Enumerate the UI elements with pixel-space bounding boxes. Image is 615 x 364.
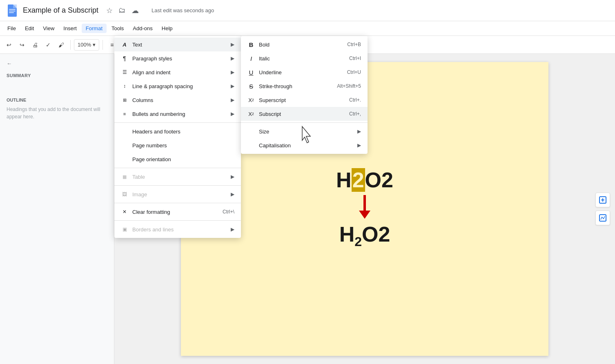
add-comment-button[interactable] <box>595 193 610 207</box>
toolbar-sep-2 <box>102 40 103 50</box>
bold-icon: B <box>247 41 255 48</box>
align-arrow-icon: ▶ <box>231 69 234 75</box>
print-button[interactable]: 🖨 <box>29 39 41 51</box>
text-label: Text <box>132 42 142 48</box>
fm-div-1 <box>114 122 241 123</box>
format-menu-columns[interactable]: ⊞ Columns ▶ <box>114 93 241 107</box>
menu-edit[interactable]: Edit <box>21 24 38 33</box>
strikethrough-icon: S <box>247 82 255 90</box>
pageorientation-label: Page orientation <box>132 156 171 162</box>
text-submenu-capitalisation[interactable]: Capitalisation ▶ <box>241 138 368 152</box>
spacing-icon: ↕ <box>121 82 128 90</box>
headers-label: Headers and footers <box>132 129 180 135</box>
text-arrow-icon: ▶ <box>231 42 234 47</box>
borders-arrow-icon: ▶ <box>231 226 234 232</box>
svg-rect-5 <box>9 11 16 11</box>
zoom-selector[interactable]: 100% ▾ <box>74 39 99 51</box>
summary-label: SUMMARY <box>7 73 107 78</box>
redo-button[interactable]: ↪ <box>16 39 28 51</box>
format-menu-pagenumbers[interactable]: Page numbers <box>114 138 241 152</box>
bullets-arrow-icon: ▶ <box>231 111 234 117</box>
format-menu-align[interactable]: ☰ Align and indent ▶ <box>114 65 241 79</box>
star-icon[interactable]: ☆ <box>106 6 113 15</box>
back-icon: ← <box>7 60 12 67</box>
menu-insert[interactable]: Insert <box>59 24 81 33</box>
cloud-icon[interactable]: ☁ <box>131 6 139 15</box>
format-menu-borders: ▣ Borders and lines ▶ <box>114 222 241 236</box>
menu-addons[interactable]: Add-ons <box>129 24 156 33</box>
pageorientation-icon <box>121 155 128 163</box>
table-label: Table <box>132 174 145 180</box>
underline-label: Underline <box>259 69 282 75</box>
text-format-icon: A <box>121 41 128 48</box>
fm-div-3 <box>114 185 241 186</box>
paragraph-icon: ¶ <box>121 55 128 62</box>
text-submenu-bold[interactable]: B Bold Ctrl+B <box>241 38 368 51</box>
text-submenu-size[interactable]: Size ▶ <box>241 124 368 138</box>
menu-file[interactable]: File <box>3 24 20 33</box>
strikethrough-label: Strike-through <box>259 83 292 89</box>
highlight-2: 2 <box>352 168 365 192</box>
text-submenu-underline[interactable]: U Underline Ctrl+U <box>241 65 368 79</box>
formula-before: H2O2 <box>336 169 393 192</box>
side-actions <box>595 193 610 225</box>
paragraph-arrow-icon: ▶ <box>231 55 234 61</box>
format-menu-clear[interactable]: ✕ Clear formatting Ctrl+\ <box>114 205 241 219</box>
menu-format[interactable]: Format <box>82 24 107 33</box>
zoom-value: 100% <box>78 42 91 48</box>
svg-rect-4 <box>9 9 16 10</box>
zoom-chevron-icon: ▾ <box>93 42 96 48</box>
clear-shortcut: Ctrl+\ <box>223 209 234 215</box>
columns-icon: ⊞ <box>121 96 128 104</box>
format-menu-text[interactable]: A Text ▶ <box>114 38 241 51</box>
format-menu-spacing[interactable]: ↕ Line & paragraph spacing ▶ <box>114 79 241 93</box>
text-submenu-superscript[interactable]: X2 Superscript Ctrl+. <box>241 93 368 107</box>
suggest-edit-button[interactable] <box>595 211 610 225</box>
svg-marker-8 <box>359 211 370 219</box>
svg-rect-6 <box>9 12 14 13</box>
paintformat-button[interactable]: 🖌 <box>56 39 67 51</box>
bold-shortcut: Ctrl+B <box>347 42 361 47</box>
capitalisation-arrow-icon: ▶ <box>357 142 361 148</box>
menu-tools[interactable]: Tools <box>107 24 128 33</box>
format-menu-table: ▦ Table ▶ <box>114 170 241 184</box>
spellcheck-button[interactable]: ✓ <box>42 39 54 51</box>
underline-icon: U <box>247 69 255 76</box>
align-icon: ☰ <box>121 69 128 76</box>
table-icon: ▦ <box>121 173 128 180</box>
bold-label: Bold <box>259 42 270 48</box>
sidebar: ← SUMMARY OUTLINE Headings that you add … <box>0 54 114 364</box>
spacing-label: Line & paragraph spacing <box>132 83 193 89</box>
outline-label: OUTLINE <box>7 98 107 102</box>
pagenumbers-icon <box>121 142 128 149</box>
fm-div-5 <box>114 220 241 221</box>
menu-help[interactable]: Help <box>158 24 177 33</box>
paragraph-label: Paragraph styles <box>132 55 172 62</box>
titlebar: Example of a Subscript ☆ 🗂 ☁ Last edit w… <box>0 0 615 21</box>
menubar: File Edit View Insert Format Tools Add-o… <box>0 21 615 36</box>
subscript-shortcut: Ctrl+, <box>349 111 361 117</box>
format-menu-bullets[interactable]: ≡ Bullets and numbering ▶ <box>114 107 241 121</box>
format-menu-image: 🖼 Image ▶ <box>114 187 241 201</box>
sidebar-back-button[interactable]: ← <box>7 60 107 67</box>
format-menu: A Text ▶ ¶ Paragraph styles ▶ ☰ Align an… <box>114 36 241 238</box>
text-submenu-subscript[interactable]: X2 Subscript Ctrl+, <box>241 107 368 121</box>
text-submenu-strikethrough[interactable]: S Strike-through Alt+Shift+5 <box>241 79 368 93</box>
headers-icon <box>121 128 128 135</box>
image-label: Image <box>132 191 147 198</box>
format-menu-pageorientation[interactable]: Page orientation <box>114 152 241 166</box>
format-menu-paragraph[interactable]: ¶ Paragraph styles ▶ <box>114 51 241 65</box>
undo-button[interactable]: ↩ <box>3 39 15 51</box>
italic-icon: I <box>247 55 255 62</box>
columns-label: Columns <box>132 97 153 103</box>
menu-view[interactable]: View <box>39 24 58 33</box>
last-edit: Last edit was seconds ago <box>152 7 214 13</box>
pagenumbers-label: Page numbers <box>132 142 167 149</box>
format-menu-headers[interactable]: Headers and footers <box>114 124 241 138</box>
text-submenu-italic[interactable]: I Italic Ctrl+I <box>241 51 368 65</box>
subscript-label: Subscript <box>259 111 281 117</box>
superscript-shortcut: Ctrl+. <box>349 97 361 103</box>
text-submenu: B Bold Ctrl+B I Italic Ctrl+I U Underlin… <box>241 36 368 154</box>
folder-icon[interactable]: 🗂 <box>118 6 126 15</box>
spacing-arrow-icon: ▶ <box>231 83 234 89</box>
